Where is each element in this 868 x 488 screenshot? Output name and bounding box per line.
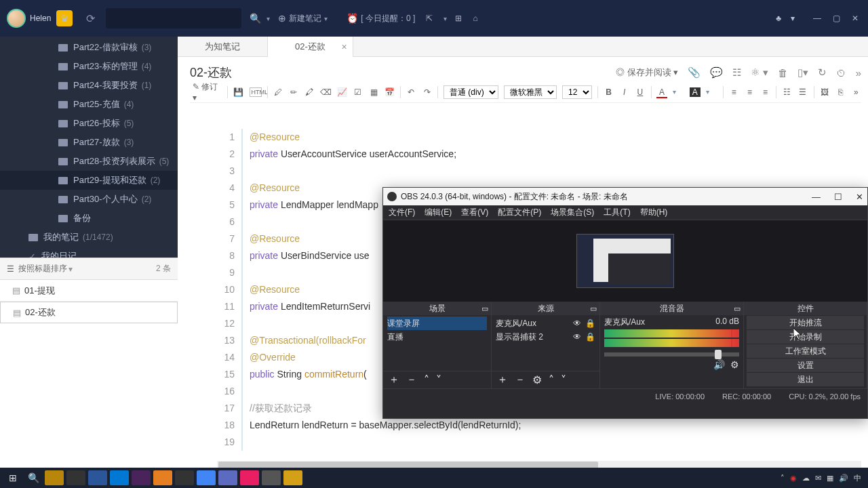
obs-maximize-icon[interactable]: ☐	[834, 192, 842, 202]
avatar[interactable]	[7, 9, 26, 28]
taskbar-app[interactable]	[197, 470, 216, 485]
note-item[interactable]: ▤01-提现	[0, 280, 178, 302]
align-right-icon[interactable]: ≡	[760, 87, 770, 97]
start-icon[interactable]: ⊞	[3, 468, 23, 488]
remove-icon[interactable]: －	[406, 373, 417, 387]
obs-control-button[interactable]: 设置	[747, 359, 864, 372]
share-icon[interactable]: ⚛ ▾	[751, 66, 768, 79]
search-dropdown-icon[interactable]: ▾	[267, 15, 270, 22]
sidebar-item[interactable]: Part24-我要投资(1)	[0, 76, 178, 95]
obs-control-button[interactable]: 开始录制	[747, 330, 864, 344]
obs-control-button[interactable]: 退出	[747, 373, 864, 386]
underline-icon[interactable]: U	[635, 87, 645, 97]
tab-close-icon[interactable]: ×	[342, 41, 347, 52]
tray-chevron-icon[interactable]: ˄	[781, 474, 785, 483]
sidebar-item[interactable]: Part23-标的管理(4)	[0, 57, 178, 76]
lock-icon[interactable]: 🔒	[585, 319, 595, 328]
lock-icon[interactable]: 🔒	[585, 332, 595, 342]
italic-icon[interactable]: I	[619, 87, 629, 97]
system-tray[interactable]: ˄ ◉ ☁ ✉ ▦ 🔊 中	[781, 473, 865, 483]
obs-titlebar[interactable]: OBS 24.0.3 (64-bit, windows) - 配置文件: 未命名…	[383, 188, 867, 205]
calendar-icon[interactable]: 📅	[384, 87, 395, 97]
tray-volume-icon[interactable]: 🔊	[839, 474, 848, 483]
down-icon[interactable]: ˅	[561, 373, 566, 386]
taskbar-app[interactable]	[132, 470, 151, 485]
highlight-icon[interactable]: 🖍	[304, 87, 315, 97]
obs-preview[interactable]	[383, 220, 867, 302]
new-note-button[interactable]: ⊕新建笔记▾	[278, 13, 336, 24]
gear-icon[interactable]: ⚙	[532, 373, 542, 386]
bold-icon[interactable]: B	[604, 87, 614, 97]
pen-icon[interactable]: ✏	[289, 87, 299, 97]
add-icon[interactable]: ＋	[497, 373, 508, 387]
align-left-icon[interactable]: ≡	[729, 87, 739, 97]
checkbox-icon[interactable]: ☑	[353, 87, 363, 97]
obs-scene-item[interactable]: 课堂录屏	[387, 317, 487, 330]
bg-color-icon[interactable]: A	[690, 87, 701, 97]
ime-indicator[interactable]: 中	[854, 473, 861, 483]
obs-menu-item[interactable]: 帮助(H)	[640, 207, 668, 218]
reload-icon[interactable]: ↻	[818, 66, 827, 79]
up-icon[interactable]: ˄	[549, 373, 554, 386]
sidebar-item[interactable]: Part29-提现和还款(2)	[0, 171, 178, 190]
search-task-icon[interactable]: 🔍	[23, 468, 43, 488]
sidebar-item[interactable]: Part28-投资列表展示(5)	[0, 152, 178, 171]
more-icon[interactable]: »	[856, 67, 861, 79]
taskbar-app[interactable]	[88, 470, 107, 485]
columns-icon[interactable]: ▯▾	[797, 66, 808, 79]
note-item[interactable]: ▤02-还款	[0, 302, 178, 323]
obs-minimize-icon[interactable]: —	[812, 192, 821, 202]
font-family-select[interactable]: 微软雅黑	[504, 85, 557, 99]
table-icon[interactable]: ▦	[368, 87, 378, 97]
sort-bar[interactable]: ☰ 按照标题排序 ▾ 2 条	[0, 258, 178, 280]
save-icon[interactable]: 💾	[233, 87, 243, 97]
obs-source-item[interactable]: 麦克风/Aux👁🔒	[496, 317, 595, 330]
obs-menu-item[interactable]: 文件(F)	[389, 207, 415, 218]
view-icon[interactable]: ☰	[7, 264, 14, 274]
obs-source-item[interactable]: 显示器捕获 2👁🔒	[496, 330, 595, 344]
taskbar-app[interactable]	[240, 470, 259, 485]
undo-icon[interactable]: ↶	[406, 87, 416, 97]
taskbar-app[interactable]	[153, 470, 172, 485]
taskbar-app[interactable]	[283, 470, 302, 485]
tab[interactable]: 02-还款×	[268, 37, 353, 57]
attachment-icon[interactable]: 📎	[688, 66, 701, 79]
sidebar-item[interactable]: Part25-充值(4)	[0, 95, 178, 114]
remove-icon[interactable]: －	[515, 373, 526, 387]
close-icon[interactable]: ✕	[849, 14, 861, 23]
code-icon[interactable]: ⎘	[835, 87, 846, 97]
save-mode-button[interactable]: ◎ 保存并阅读 ▾	[616, 66, 678, 79]
sidebar-item[interactable]: Part30-个人中心(2)	[0, 190, 178, 209]
clock-icon[interactable]: ⏲	[836, 67, 846, 79]
tray-icon2[interactable]: ▾	[791, 14, 795, 23]
tray-icon[interactable]: ♣	[776, 14, 781, 23]
obs-close-icon[interactable]: ✕	[856, 192, 863, 202]
sidebar-item[interactable]: Part27-放款(3)	[0, 133, 178, 152]
sidebar-item[interactable]: Part26-投标(5)	[0, 114, 178, 133]
align-center-icon[interactable]: ≡	[745, 87, 755, 97]
sidebar-my-notes[interactable]: 我的笔记(1/1472)	[0, 228, 178, 247]
font-size-select[interactable]: 12	[562, 85, 592, 99]
search-icon[interactable]: 🔍	[250, 13, 261, 24]
obs-scene-item[interactable]: 直播	[387, 330, 487, 344]
taskbar-app[interactable]	[45, 470, 64, 485]
edit-mode-button[interactable]: ✎ 修订 ▾	[190, 80, 222, 104]
apps-icon[interactable]: ⊞	[455, 14, 462, 23]
trash-icon[interactable]: 🗑	[778, 67, 788, 79]
brush-icon[interactable]: 🖊	[273, 87, 283, 97]
tray-icon[interactable]: ✉	[815, 474, 821, 483]
tray-rec-icon[interactable]: ◉	[790, 474, 797, 483]
font-color-icon[interactable]: A	[656, 87, 667, 97]
comment-icon[interactable]: 💬	[710, 66, 723, 79]
tab[interactable]: 为知笔记	[178, 37, 268, 57]
more-toolbar-icon[interactable]: »	[851, 87, 861, 97]
sidebar-item[interactable]: 备份	[0, 209, 178, 228]
taskbar-app[interactable]	[110, 470, 129, 485]
speaker-icon[interactable]: 🔊	[713, 359, 725, 370]
sidebar-item[interactable]: Part22-借款审核(3)	[0, 38, 178, 57]
obs-menu-item[interactable]: 工具(T)	[604, 207, 630, 218]
maximize-icon[interactable]: ▢	[830, 14, 842, 23]
taskbar-app[interactable]	[262, 470, 281, 485]
down-icon[interactable]: ˅	[436, 373, 441, 386]
tray-icon[interactable]: ▦	[827, 474, 833, 483]
